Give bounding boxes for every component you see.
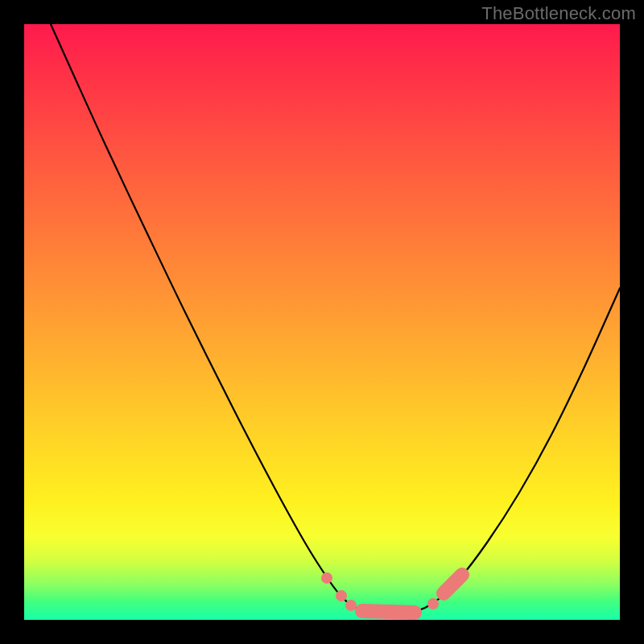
bottleneck-curve	[51, 24, 620, 614]
marker-dot	[427, 598, 439, 609]
chart-svg	[24, 24, 620, 620]
marker-dot	[336, 590, 347, 601]
marker-pill	[362, 611, 415, 613]
marker-dot	[321, 572, 332, 584]
chart-frame: TheBottleneck.com	[0, 0, 644, 644]
marker-dot	[438, 588, 449, 599]
watermark-text: TheBottleneck.com	[481, 3, 636, 24]
chart-plot-area	[24, 24, 620, 620]
marker-dot	[345, 600, 357, 611]
